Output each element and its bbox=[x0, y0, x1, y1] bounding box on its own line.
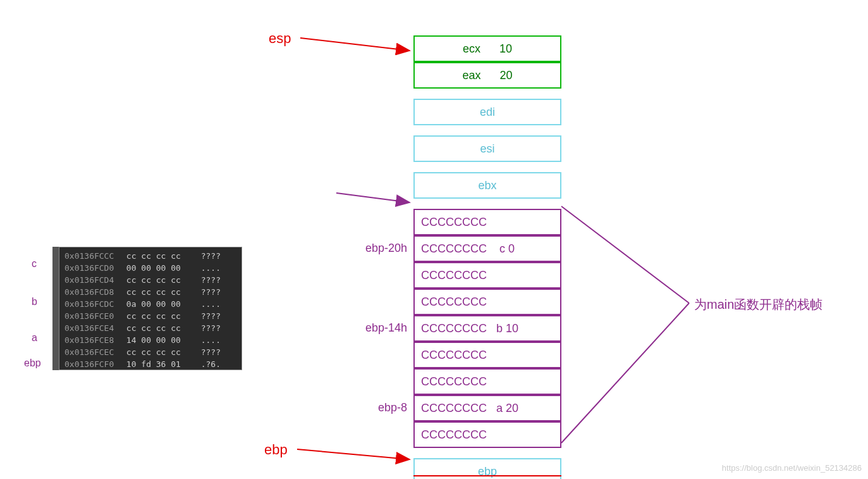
memory-row: 0x0136FCE0 cc cc cc cc ???? bbox=[64, 310, 236, 322]
stack-cell-edi: edi bbox=[413, 99, 561, 125]
stack-cell-ebp-base: ebp bbox=[413, 458, 561, 479]
memory-label-a: a bbox=[32, 332, 37, 344]
offset-label-a: ebp-8 bbox=[378, 401, 407, 414]
memory-row: 0x0136FCE4 cc cc cc cc ???? bbox=[64, 322, 236, 334]
memory-row: 0x0136FCF0 10 fd 36 01 .?6. bbox=[64, 358, 236, 370]
stack-cell-fill: CCCCCCCC bbox=[413, 289, 561, 315]
memory-label-ebp: ebp bbox=[24, 358, 41, 369]
memory-row: 0x0136FCD4 cc cc cc cc ???? bbox=[64, 274, 236, 286]
stack-cell-esi: esi bbox=[413, 135, 561, 162]
offset-label-b: ebp-14h bbox=[365, 321, 407, 335]
svg-line-4 bbox=[561, 206, 689, 303]
stack-cell-b: CCCCCCCC b 10 bbox=[413, 315, 561, 342]
memory-row: 0x0136FCD0 00 00 00 00 .... bbox=[64, 262, 236, 274]
svg-line-5 bbox=[561, 303, 689, 443]
memory-row: 0x0136FCDC 0a 00 00 00 .... bbox=[64, 298, 236, 310]
stack-cell-ecx: ecx10 bbox=[413, 35, 561, 62]
svg-line-1 bbox=[297, 449, 410, 459]
brace-annotation: 为main函数开辟的栈帧 bbox=[694, 296, 822, 313]
memory-panel-gutter bbox=[52, 247, 59, 370]
esp-pointer-label: esp bbox=[269, 30, 291, 47]
stack-cell-c: CCCCCCCC c 0 bbox=[413, 235, 561, 262]
memory-row: 0x0136FCE8 14 00 00 00 .... bbox=[64, 334, 236, 346]
memory-label-c: c bbox=[32, 258, 37, 270]
stack-cell-fill: CCCCCCCC bbox=[413, 421, 561, 448]
watermark: https://blog.csdn.net/weixin_52134286 bbox=[722, 463, 862, 473]
stack-cell-fill: CCCCCCCC bbox=[413, 342, 561, 368]
memory-row: 0x0136FCEC cc cc cc cc ???? bbox=[64, 346, 236, 358]
stack-cell-fill: CCCCCCCC bbox=[413, 262, 561, 289]
svg-line-0 bbox=[300, 38, 410, 51]
memory-hex-panel: 0x0136FCCC cc cc cc cc ???? 0x0136FCD0 0… bbox=[59, 247, 242, 370]
stack-cell-eax: eax20 bbox=[413, 62, 561, 89]
stack-diagram: ecx10 eax20 edi esi ebx CCCCCCCC ebp-20h… bbox=[413, 35, 561, 479]
stack-cell-ebx: ebx bbox=[413, 172, 561, 199]
offset-label-c: ebp-20h bbox=[365, 242, 407, 255]
svg-line-3 bbox=[336, 193, 410, 202]
ebp-pointer-label: ebp bbox=[264, 442, 288, 458]
stack-cell-fill: CCCCCCCC bbox=[413, 368, 561, 395]
memory-row: 0x0136FCD8 cc cc cc cc ???? bbox=[64, 286, 236, 298]
stack-cell-fill: CCCCCCCC bbox=[413, 209, 561, 235]
stack-cell-a: CCCCCCCC a 20 bbox=[413, 395, 561, 421]
memory-row: 0x0136FCCC cc cc cc cc ???? bbox=[64, 250, 236, 262]
memory-label-b: b bbox=[32, 296, 37, 308]
